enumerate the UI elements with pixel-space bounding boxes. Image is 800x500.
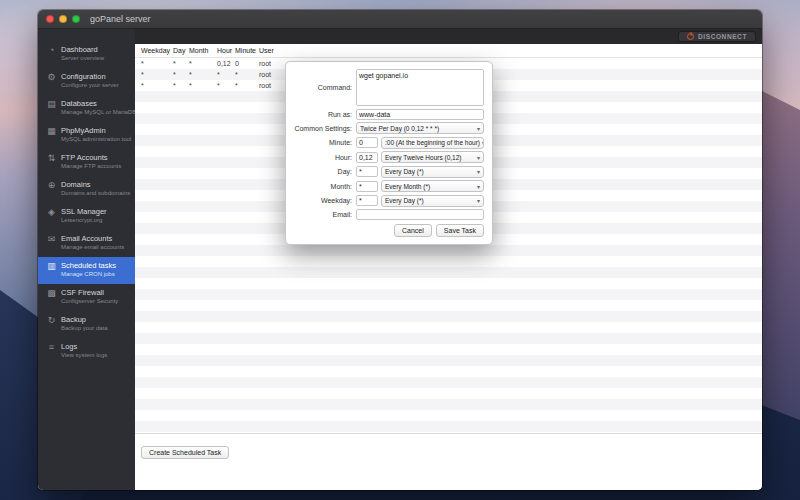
day-label: Day:	[294, 168, 356, 175]
day-option: Every Day (*)	[385, 168, 424, 175]
weekday-input[interactable]	[356, 195, 378, 206]
cell-minute: *	[235, 71, 259, 78]
sidebar-item-logs[interactable]: ≡ LogsView system logs	[38, 338, 135, 365]
sidebar-item-email-accounts[interactable]: ✉ Email AccountsManage email accounts	[38, 230, 135, 257]
sidebar-item-label: Scheduled tasks	[61, 261, 116, 270]
globe-icon: ⊕	[46, 180, 57, 191]
cell-day: *	[173, 60, 189, 67]
cell-weekday: *	[141, 60, 173, 67]
cell-month: *	[189, 82, 217, 89]
column-header-minute: Minute	[235, 47, 259, 54]
hour-label: Hour:	[294, 154, 356, 161]
cell-minute: *	[235, 82, 259, 89]
create-scheduled-task-button[interactable]: Create Scheduled Task	[141, 446, 229, 459]
cell-weekday: *	[141, 71, 173, 78]
cell-month: *	[189, 71, 217, 78]
cell-hour: *	[217, 82, 235, 89]
sidebar-item-ssl-manager[interactable]: ◈ SSL ManagerLetsencrypt.org	[38, 203, 135, 230]
weekday-select[interactable]: Every Day (*)▾	[381, 195, 484, 207]
common-settings-value: Twice Per Day (0 0,12 * * *)	[360, 125, 439, 132]
disconnect-button[interactable]: DISCONNECT	[678, 31, 756, 42]
run-as-label: Run as:	[294, 111, 356, 118]
close-button[interactable]	[46, 15, 54, 23]
sidebar-item-label: Dashboard	[61, 45, 104, 54]
save-task-button[interactable]: Save Task	[436, 224, 484, 237]
month-select[interactable]: Every Month (*)▾	[381, 180, 484, 192]
edit-task-dialog: Command: wget gopanel.io Run as: Common …	[285, 61, 493, 245]
email-input[interactable]	[356, 209, 484, 220]
sidebar-item-sub: Configserver Security	[61, 297, 118, 305]
month-input[interactable]	[356, 181, 378, 192]
weekday-option: Every Day (*)	[385, 197, 424, 204]
database-icon: ▤	[46, 99, 57, 110]
common-settings-label: Common Settings:	[294, 125, 356, 132]
weekday-label: Weekday:	[294, 197, 356, 204]
sidebar-item-label: PhpMyAdmin	[61, 126, 131, 135]
sidebar-item-backup[interactable]: ↻ BackupBackup your data	[38, 311, 135, 338]
cell-day: *	[173, 82, 189, 89]
sidebar-item-label: Backup	[61, 315, 108, 324]
table-footer: Create Scheduled Task	[135, 433, 762, 490]
chevron-down-icon: ▾	[475, 125, 480, 132]
chevron-down-icon: ▾	[475, 168, 480, 175]
sidebar-item-label: Databases	[61, 99, 131, 108]
command-label: Command:	[294, 84, 356, 91]
sidebar-item-sub: Manage CRON jobs	[61, 270, 116, 278]
sidebar-item-sub: Domains and subdomains	[61, 189, 130, 197]
day-input[interactable]	[356, 166, 378, 177]
minimize-button[interactable]	[59, 15, 67, 23]
sidebar-item-configuration[interactable]: ⚙ ConfigurationConfigure your server	[38, 68, 135, 95]
cell-minute: 0	[235, 60, 259, 67]
hour-select[interactable]: Every Twelve Hours (0,12)▾	[381, 151, 484, 163]
firewall-icon: ▩	[46, 288, 57, 299]
month-label: Month:	[294, 183, 356, 190]
desktop-wallpaper: goPanel server ◔ DashboardServer overvie…	[0, 0, 800, 500]
sidebar-item-domains[interactable]: ⊕ DomainsDomains and subdomains	[38, 176, 135, 203]
sidebar-item-label: Email Accounts	[61, 234, 124, 243]
sidebar-item-label: Domains	[61, 180, 130, 189]
cell-month: *	[189, 60, 217, 67]
sidebar-item-sub: Letsencrypt.org	[61, 216, 107, 224]
run-as-input[interactable]	[356, 109, 484, 120]
title-bar: goPanel server	[38, 10, 762, 29]
common-settings-select[interactable]: Twice Per Day (0 0,12 * * *)▾	[356, 122, 484, 134]
command-textarea[interactable]: wget gopanel.io	[356, 69, 484, 106]
column-header-user: User	[259, 47, 299, 54]
sidebar-item-sub: MySQL administration tool	[61, 135, 131, 143]
sidebar-item-scheduled-tasks[interactable]: ▥ Scheduled tasksManage CRON jobs	[38, 257, 135, 284]
sidebar-item-sub: Manage FTP accounts	[61, 162, 121, 170]
app-window: goPanel server ◔ DashboardServer overvie…	[38, 10, 762, 490]
sidebar-item-csf-firewall[interactable]: ▩ CSF FirewallConfigserver Security	[38, 284, 135, 311]
chevron-down-icon: ▾	[480, 139, 484, 146]
backup-icon: ↻	[46, 315, 57, 326]
gear-icon: ⚙	[46, 72, 57, 83]
month-option: Every Month (*)	[385, 183, 430, 190]
sidebar-item-databases[interactable]: ▤ DatabasesManage MySQL or MariaDB	[38, 95, 135, 122]
column-header-day: Day	[173, 47, 189, 54]
content-toolbar: DISCONNECT	[135, 29, 762, 44]
sidebar-item-phpmyadmin[interactable]: ▦ PhpMyAdminMySQL administration tool	[38, 122, 135, 149]
minute-option: :00 (At the beginning of the hour)	[385, 139, 480, 146]
sidebar: ◔ DashboardServer overview ⚙ Configurati…	[38, 29, 135, 490]
minute-input[interactable]	[356, 137, 378, 148]
day-select[interactable]: Every Day (*)▾	[381, 166, 484, 178]
power-icon	[687, 33, 694, 40]
sidebar-item-ftp-accounts[interactable]: ⇅ FTP AccountsManage FTP accounts	[38, 149, 135, 176]
zoom-button[interactable]	[72, 15, 80, 23]
phpmyadmin-icon: ▦	[46, 126, 57, 137]
sidebar-item-sub: View system logs	[61, 351, 107, 359]
transfer-icon: ⇅	[46, 153, 57, 164]
cell-hour: *	[217, 71, 235, 78]
calendar-icon: ▥	[46, 261, 57, 272]
sidebar-item-label: FTP Accounts	[61, 153, 121, 162]
minute-select[interactable]: :00 (At the beginning of the hour)▾	[381, 137, 484, 149]
hour-option: Every Twelve Hours (0,12)	[385, 154, 461, 161]
sidebar-item-dashboard[interactable]: ◔ DashboardServer overview	[38, 41, 135, 68]
cancel-button[interactable]: Cancel	[394, 224, 432, 237]
dashboard-icon: ◔	[46, 45, 57, 56]
minute-label: Minute:	[294, 139, 356, 146]
sidebar-item-label: Logs	[61, 342, 107, 351]
cell-hour: 0,12	[217, 60, 235, 67]
column-header-weekday: Weekday	[141, 47, 173, 54]
hour-input[interactable]	[356, 152, 378, 163]
